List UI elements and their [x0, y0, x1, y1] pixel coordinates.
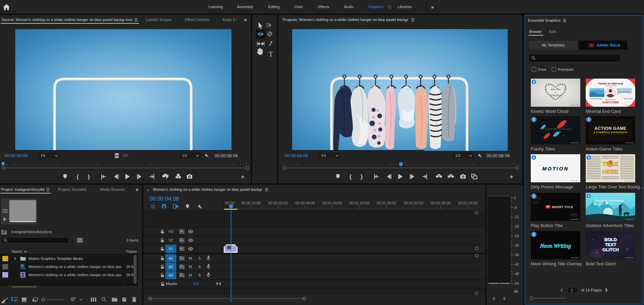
svg-text:00:02:24:00: 00:02:24:00 [458, 201, 478, 205]
svg-text:00:01:04:00: 00:01:04:00 [322, 201, 342, 205]
svg-text:MOTION: MOTION [542, 166, 569, 171]
svg-text:MOTION TEMPLATE: MOTION TEMPLATE [599, 203, 620, 205]
svg-text:{: { [349, 174, 352, 180]
svg-text:}: } [361, 174, 363, 180]
svg-text:00:02:08:00: 00:02:08:00 [431, 201, 450, 205]
svg-text:&: & [555, 91, 557, 93]
svg-text:{: { [77, 174, 79, 180]
svg-text:00:01:52:00: 00:01:52:00 [404, 201, 423, 205]
svg-text:$: $ [533, 232, 535, 236]
svg-text:$: $ [533, 80, 535, 84]
svg-text:00:01:20:00: 00:01:20:00 [349, 201, 369, 205]
svg-text:INSERT TITLE: INSERT TITLE [552, 205, 573, 209]
svg-text:YOUR COMPLETE TITLES PACK: YOUR COMPLETE TITLES PACK [539, 128, 572, 130]
svg-text:HERE: HERE [602, 169, 618, 175]
svg-text:-6: -6 [514, 206, 517, 209]
svg-text:Neon Writing: Neon Writing [540, 243, 571, 249]
svg-text:T: T [269, 50, 273, 58]
svg-text:GLITCH: GLITCH [602, 247, 619, 252]
svg-text:00:01:36:00: 00:01:36:00 [377, 201, 396, 205]
svg-text:BOLD: BOLD [604, 237, 617, 242]
svg-text:TITLE: TITLE [602, 161, 618, 167]
svg-text:Thanks for Watching: Thanks for Watching [598, 82, 623, 85]
svg-text:TEXT: TEXT [605, 242, 616, 247]
svg-text:00:00:32:00: 00:00:32:00 [268, 201, 288, 205]
svg-text:John Doe: John Doe [550, 94, 561, 97]
svg-text:$: $ [588, 194, 590, 198]
svg-text:-36: -36 [514, 253, 519, 257]
svg-text:00:00:16:00: 00:00:16:00 [241, 201, 261, 205]
svg-text:$: $ [533, 194, 535, 198]
svg-text:}: } [88, 174, 90, 180]
svg-text:-48: -48 [514, 272, 519, 276]
svg-text:-24: -24 [514, 234, 519, 238]
svg-text:$: $ [588, 118, 590, 121]
svg-text:-42: -42 [514, 263, 519, 266]
svg-text:0: 0 [514, 196, 516, 200]
svg-text:$: $ [533, 118, 535, 121]
svg-text:dB: dB [514, 290, 518, 293]
svg-text:A POWERFUL EXPERIENCE: A POWERFUL EXPERIENCE [593, 131, 627, 134]
svg-text:-30: -30 [514, 244, 519, 247]
svg-text:-18: -18 [514, 225, 519, 228]
svg-text:00:00:48:00: 00:00:48:00 [295, 201, 315, 205]
svg-text:ACTION GAME: ACTION GAME [595, 126, 626, 131]
svg-text:$: $ [533, 156, 535, 159]
svg-text:Outdoor Adventure: Outdoor Adventure [595, 198, 624, 202]
svg-text:$: $ [588, 156, 590, 159]
svg-text:Jane Doe: Jane Doe [550, 88, 561, 91]
svg-text:-54: -54 [514, 282, 519, 285]
svg-text:Previous Video: Previous Video [590, 98, 603, 100]
svg-text:SUBSCRIBE: SUBSCRIBE [602, 101, 619, 104]
svg-text:Next Video: Next Video [624, 98, 633, 100]
svg-text:-12: -12 [514, 215, 519, 219]
